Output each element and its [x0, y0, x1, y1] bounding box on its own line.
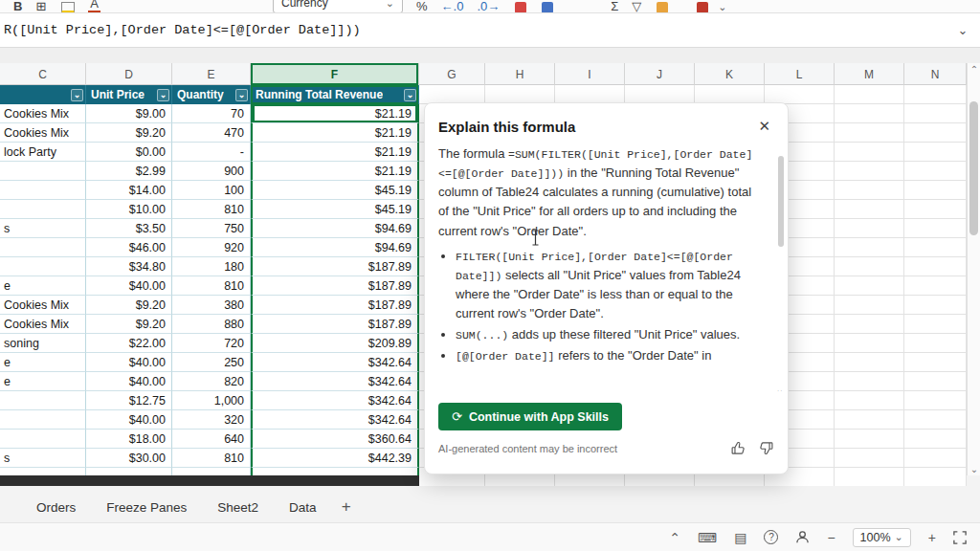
cell[interactable]: 750: [172, 219, 251, 238]
cell[interactable]: [904, 315, 967, 334]
panel-scroll-down-icon[interactable]: ⌄: [776, 383, 784, 392]
cell[interactable]: Cookies Mix: [0, 296, 86, 315]
table-header-running-total-revenue[interactable]: Running Total Revenue⌄: [251, 85, 419, 104]
table-header-hidden[interactable]: ⌄: [0, 85, 86, 104]
decrease-decimal-icon[interactable]: .0→: [477, 0, 500, 13]
cell[interactable]: $40.00: [86, 372, 172, 391]
cell[interactable]: [904, 200, 967, 219]
column-header-K[interactable]: K: [695, 63, 765, 85]
cell[interactable]: [0, 257, 86, 276]
cell[interactable]: 380: [172, 296, 251, 315]
column-header-G[interactable]: G: [419, 63, 485, 85]
cell[interactable]: 470: [172, 123, 251, 143]
cell[interactable]: [904, 257, 967, 276]
sheet-tab-data[interactable]: Data: [274, 493, 332, 521]
panel-scrollbar[interactable]: ⌄: [777, 146, 785, 386]
cell[interactable]: $21.19: [251, 123, 419, 143]
column-header-N[interactable]: N: [904, 63, 967, 85]
cell[interactable]: s: [0, 449, 86, 468]
formula-bar-expand-icon[interactable]: ⌄: [946, 23, 980, 37]
cell[interactable]: lock Party: [0, 143, 86, 162]
cell[interactable]: $187.89: [251, 276, 419, 296]
cell[interactable]: $0.00: [86, 143, 172, 162]
fullscreen-icon[interactable]: [953, 531, 967, 544]
sheet-tab-orders[interactable]: Orders: [21, 493, 91, 521]
filter-dropdown-icon[interactable]: ⌄: [235, 89, 248, 101]
cell[interactable]: $12.75: [86, 391, 172, 410]
borders-icon[interactable]: ⊞: [35, 0, 46, 13]
cell[interactable]: [904, 104, 967, 123]
cell[interactable]: [0, 181, 86, 200]
cell[interactable]: [0, 410, 86, 430]
keyboard-icon[interactable]: ⌨: [698, 530, 717, 545]
cell[interactable]: 720: [172, 334, 251, 353]
cell[interactable]: [904, 238, 967, 257]
cell[interactable]: [835, 276, 904, 296]
cell[interactable]: [835, 372, 904, 391]
people-icon[interactable]: [795, 530, 810, 544]
cell[interactable]: 100: [172, 181, 251, 200]
format-as-table-icon[interactable]: [542, 2, 553, 13]
number-group-icon[interactable]: [657, 2, 668, 13]
cell[interactable]: [835, 449, 904, 468]
column-header-L[interactable]: L: [765, 63, 835, 85]
cell[interactable]: $9.00: [86, 104, 172, 123]
cell[interactable]: $21.19: [251, 143, 419, 162]
cell[interactable]: 810: [172, 200, 251, 219]
sort-filter-icon[interactable]: ▽: [632, 0, 641, 13]
cell[interactable]: $209.89: [251, 334, 419, 353]
cell[interactable]: $9.20: [86, 296, 172, 315]
cell[interactable]: $94.69: [251, 219, 419, 238]
vertical-scrollbar[interactable]: ⌃ ⌄: [967, 63, 980, 475]
cell[interactable]: $40.00: [86, 276, 172, 296]
cell[interactable]: 640: [172, 430, 251, 449]
cell[interactable]: [835, 353, 904, 372]
cell[interactable]: 920: [172, 238, 251, 257]
cell[interactable]: [695, 85, 765, 104]
column-header-C[interactable]: C: [0, 63, 86, 85]
thumbs-down-icon[interactable]: [758, 440, 774, 456]
cell[interactable]: e: [0, 353, 86, 372]
column-header-J[interactable]: J: [625, 63, 695, 85]
cell[interactable]: [904, 449, 967, 468]
cell[interactable]: $9.20: [86, 123, 172, 143]
cell[interactable]: [419, 85, 485, 104]
font-color-icon[interactable]: A: [88, 0, 100, 13]
cell[interactable]: $187.89: [251, 296, 419, 315]
cell[interactable]: 180: [172, 257, 251, 276]
filter-dropdown-icon[interactable]: ⌄: [157, 89, 169, 101]
cell[interactable]: [765, 85, 835, 104]
cell[interactable]: [835, 104, 904, 123]
cell[interactable]: [835, 200, 904, 219]
cell[interactable]: [835, 410, 904, 430]
cell[interactable]: [835, 430, 904, 449]
cell[interactable]: [835, 296, 904, 315]
cell[interactable]: $10.00: [86, 200, 172, 219]
cell[interactable]: $342.64: [251, 372, 419, 391]
cell[interactable]: [835, 181, 904, 200]
cell[interactable]: $94.69: [251, 238, 419, 257]
cell[interactable]: [625, 85, 695, 104]
column-header-H[interactable]: H: [485, 63, 555, 85]
cell[interactable]: Cookies Mix: [0, 315, 86, 334]
cell[interactable]: [904, 334, 967, 353]
cell[interactable]: 820: [172, 372, 251, 391]
cell[interactable]: 1,000: [172, 391, 251, 410]
close-icon[interactable]: ✕: [754, 116, 774, 137]
cell[interactable]: [0, 162, 86, 181]
number-format-select[interactable]: Currency ⌄: [273, 0, 403, 13]
collapse-statusbar-icon[interactable]: ⌃: [669, 530, 680, 545]
cell[interactable]: [835, 315, 904, 334]
cell[interactable]: 900: [172, 162, 251, 181]
cell[interactable]: [555, 85, 625, 104]
filter-dropdown-icon[interactable]: ⌄: [404, 89, 416, 101]
help-icon[interactable]: ?: [764, 530, 778, 544]
cell[interactable]: [904, 296, 967, 315]
autosum-icon[interactable]: Σ: [611, 0, 618, 13]
cell[interactable]: [904, 85, 967, 104]
cell[interactable]: [0, 430, 86, 449]
cell[interactable]: [904, 219, 967, 238]
cell[interactable]: $18.00: [86, 430, 172, 449]
sheet-tab-freeze-panes[interactable]: Freeze Panes: [91, 493, 202, 521]
cell[interactable]: $40.00: [86, 353, 172, 372]
